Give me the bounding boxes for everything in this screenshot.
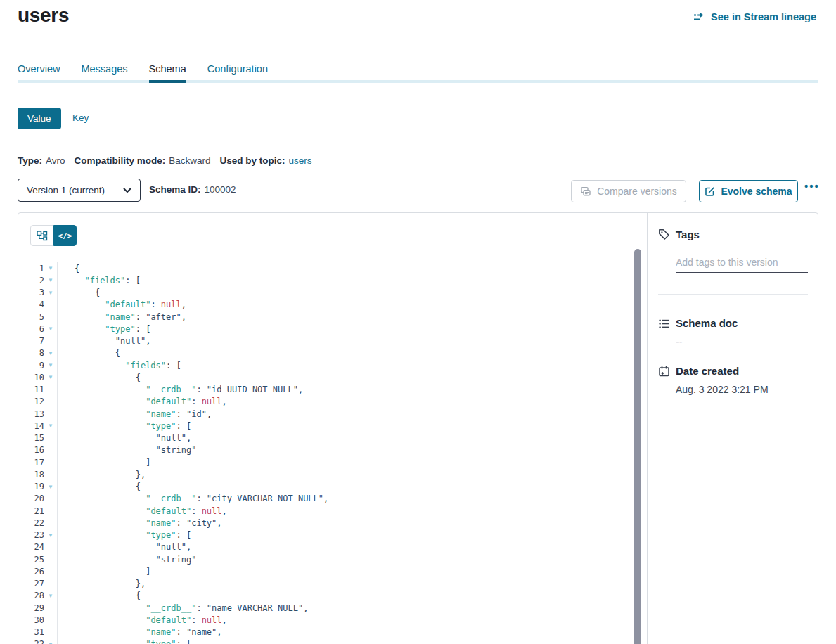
add-tags-input[interactable] bbox=[676, 252, 808, 273]
code-text: "default": null, bbox=[57, 506, 227, 516]
tags-section-title: Tags bbox=[676, 228, 700, 240]
value-toggle-button[interactable]: Value bbox=[18, 108, 61, 129]
tag-icon bbox=[658, 228, 670, 240]
fold-toggle-icon[interactable]: ▼ bbox=[44, 277, 57, 283]
code-line: 29 "__crdb__": "name VARCHAR NULL", bbox=[18, 602, 637, 614]
fold-toggle-icon[interactable]: ▼ bbox=[44, 326, 57, 332]
topic-label: Used by topic: bbox=[220, 155, 285, 166]
line-number: 10 bbox=[18, 373, 44, 382]
code-text: "name": "name", bbox=[57, 627, 222, 637]
stream-lineage-link[interactable]: See in Stream lineage bbox=[693, 11, 816, 22]
code-text: "type": [ bbox=[57, 530, 191, 540]
key-toggle-button[interactable]: Key bbox=[72, 112, 89, 123]
evolve-schema-button[interactable]: Evolve schema bbox=[699, 180, 798, 202]
code-line: 28▼ { bbox=[18, 590, 637, 602]
code-text: "default": null, bbox=[57, 300, 186, 309]
line-number: 15 bbox=[18, 433, 44, 443]
code-line: 18 }, bbox=[18, 468, 637, 480]
line-number: 26 bbox=[18, 567, 44, 577]
code-line: 17 ] bbox=[18, 456, 637, 468]
code-text: "default": null, bbox=[57, 615, 227, 625]
line-number: 20 bbox=[18, 494, 44, 503]
code-text: { bbox=[57, 482, 141, 491]
type-label: Type: bbox=[18, 155, 42, 166]
fold-toggle-icon[interactable]: ▼ bbox=[44, 593, 57, 599]
line-number: 6 bbox=[18, 324, 44, 334]
schema-id-field: Schema ID:100002 bbox=[149, 184, 236, 195]
tree-view-button[interactable] bbox=[30, 225, 53, 246]
page-title: users bbox=[18, 4, 69, 27]
fold-toggle-icon[interactable]: ▼ bbox=[44, 374, 57, 380]
schema-meta-row: Type:Avro Compatibility mode:Backward Us… bbox=[18, 155, 312, 166]
date-created-icon bbox=[658, 366, 670, 378]
code-text: ] bbox=[57, 458, 150, 468]
fold-toggle-icon[interactable]: ▼ bbox=[44, 641, 57, 644]
code-text: "null", bbox=[57, 336, 150, 346]
line-number: 32 bbox=[18, 639, 44, 644]
code-text: "null", bbox=[57, 542, 191, 552]
code-text: "__crdb__": "city VARCHAR NOT NULL", bbox=[57, 494, 328, 503]
code-text: "fields": [ bbox=[57, 361, 181, 371]
compat-value: Backward bbox=[169, 155, 210, 166]
schema-id-label: Schema ID: bbox=[149, 184, 201, 195]
more-actions-button[interactable]: ••• bbox=[804, 180, 820, 192]
fold-toggle-icon[interactable]: ▼ bbox=[44, 362, 57, 368]
date-created-title: Date created bbox=[676, 365, 739, 377]
fold-toggle-icon[interactable]: ▼ bbox=[44, 265, 57, 271]
fold-toggle-icon[interactable]: ▼ bbox=[44, 290, 57, 296]
line-number: 19 bbox=[18, 482, 44, 491]
code-line: 5 "name": "after", bbox=[18, 311, 637, 323]
line-number: 25 bbox=[18, 555, 44, 565]
code-text: }, bbox=[57, 470, 146, 479]
type-value: Avro bbox=[46, 155, 65, 166]
tab-schema[interactable]: Schema bbox=[149, 63, 186, 80]
compat-field: Compatibility mode:Backward bbox=[75, 155, 211, 166]
code-text: ] bbox=[57, 567, 150, 577]
code-line: 9▼ "fields": [ bbox=[18, 359, 637, 371]
fold-toggle-icon[interactable]: ▼ bbox=[44, 350, 57, 356]
schema-id-value: 100002 bbox=[205, 184, 236, 195]
code-line: 19▼ { bbox=[18, 481, 637, 493]
code-line: 22 "name": "city", bbox=[18, 517, 637, 529]
line-number: 9 bbox=[18, 361, 44, 371]
evolve-schema-label: Evolve schema bbox=[721, 186, 792, 197]
tab-configuration[interactable]: Configuration bbox=[207, 63, 268, 80]
line-number: 30 bbox=[18, 615, 44, 625]
line-number: 24 bbox=[18, 542, 44, 552]
topic-field: Used by topic:users bbox=[220, 155, 312, 166]
code-line: 15 "null", bbox=[18, 432, 637, 444]
code-line: 20 "__crdb__": "city VARCHAR NOT NULL", bbox=[18, 493, 637, 505]
editor-scrollbar[interactable] bbox=[634, 249, 641, 644]
compare-versions-button[interactable]: Compare versions bbox=[571, 180, 686, 202]
line-number: 18 bbox=[18, 470, 44, 479]
topic-link[interactable]: users bbox=[289, 155, 312, 166]
code-text: "string" bbox=[57, 555, 196, 565]
fold-toggle-icon[interactable]: ▼ bbox=[44, 484, 57, 490]
code-line: 10▼ { bbox=[18, 371, 637, 383]
fold-toggle-icon[interactable]: ▼ bbox=[44, 532, 57, 539]
line-number: 16 bbox=[18, 445, 44, 455]
line-number: 29 bbox=[18, 603, 44, 613]
code-view-button[interactable]: </> bbox=[53, 225, 77, 246]
code-text: { bbox=[57, 264, 79, 273]
line-number: 11 bbox=[18, 385, 44, 394]
schema-doc-title: Schema doc bbox=[676, 317, 738, 329]
sidebar-divider bbox=[658, 294, 808, 295]
tree-view-icon bbox=[37, 231, 48, 241]
version-selected-value: Version 1 (current) bbox=[27, 185, 105, 195]
line-number: 23 bbox=[18, 530, 44, 540]
code-line: 12 "default": null, bbox=[18, 396, 637, 408]
fold-toggle-icon[interactable]: ▼ bbox=[44, 423, 57, 429]
code-text: { bbox=[57, 348, 120, 358]
code-text: { bbox=[57, 591, 141, 600]
compat-label: Compatibility mode: bbox=[75, 155, 166, 166]
version-select[interactable]: Version 1 (current) bbox=[18, 179, 141, 202]
schema-page: users See in Stream lineage Overview Mes… bbox=[0, 0, 836, 644]
tab-overview[interactable]: Overview bbox=[18, 63, 60, 80]
code-line: 23▼ "type": [ bbox=[18, 529, 637, 541]
code-text: "null", bbox=[57, 433, 191, 443]
code-line: 3▼ { bbox=[18, 287, 637, 299]
tab-messages[interactable]: Messages bbox=[81, 63, 127, 80]
line-number: 12 bbox=[18, 397, 44, 406]
code-text: "fields": [ bbox=[57, 276, 141, 285]
